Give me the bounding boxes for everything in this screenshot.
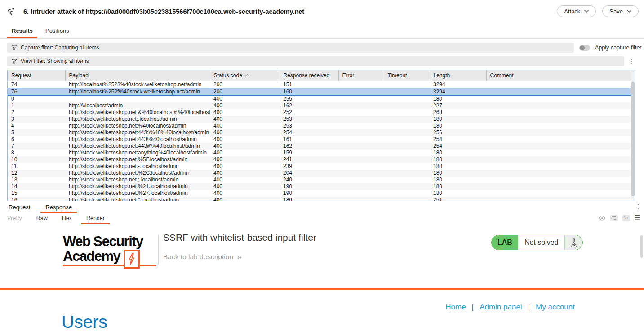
col-header-comment[interactable]: Comment	[486, 70, 631, 81]
table-row[interactable]: 74http://localhost%2523%40stock.weliketo…	[8, 81, 631, 88]
table-row[interactable]: 10http://stock.weliketoshop.net.%5F.loca…	[8, 156, 631, 163]
tab-request[interactable]: Request	[1, 201, 38, 213]
logo-text-line2: Academy	[63, 249, 120, 264]
capture-filter-text: Capture filter: Capturing all items	[21, 44, 99, 51]
table-row[interactable]: 1http://\\localhost/admin400162227	[8, 102, 631, 109]
subtab-pretty-label: Pretty	[7, 215, 22, 221]
col-header-payload[interactable]: Payload	[65, 70, 210, 81]
burp-intruder-window: 6. Intruder attack of https://0ad000df03…	[0, 0, 644, 331]
table-row[interactable]: 5http://stock.weliketoshop.net:443:\%40%…	[8, 129, 631, 136]
col-header-error[interactable]: Error	[338, 70, 384, 81]
shop-nav: Home|Admin panel|My account	[445, 303, 575, 312]
table-scrollbar-thumb[interactable]	[631, 82, 635, 196]
col-header-status-code[interactable]: Status code	[210, 70, 280, 81]
lab-badge-label: LAB	[492, 235, 518, 250]
logo-underline	[63, 265, 156, 266]
attack-button[interactable]: Attack	[557, 5, 596, 17]
col-header-request[interactable]: Request	[8, 70, 65, 81]
apply-capture-filter-toggle[interactable]	[579, 45, 590, 51]
funnel-icon	[12, 45, 17, 50]
rendered-response: Web Security Academy SSRF with whitelist…	[0, 224, 644, 329]
subtab-render-label: Render	[86, 215, 105, 221]
table-row[interactable]: 8http://stock.weliketoshop.net:anything%…	[8, 150, 631, 156]
results-table-body: 74http://localhost%2523%40stock.weliketo…	[8, 81, 631, 201]
burp-logo-icon	[6, 7, 16, 17]
lab-title: SSRF with whitelist-based input filter	[163, 232, 316, 243]
nav-link-home[interactable]: Home	[445, 303, 466, 312]
subtab-raw[interactable]: Raw	[29, 213, 55, 224]
nav-link-admin-panel[interactable]: Admin panel	[480, 303, 522, 312]
capture-filter-bar[interactable]: Capture filter: Capturing all items	[7, 43, 574, 53]
subtab-raw-label: Raw	[36, 215, 48, 221]
intruder-tabs: Results Positions	[0, 23, 644, 39]
table-row[interactable]: 12http://stock.weliketoshop.net.%2C.loca…	[8, 170, 631, 177]
lab-status-text: Not solved	[518, 235, 565, 250]
response-view-subtabs: Pretty Raw Hex Render \n	[0, 213, 644, 224]
results-table: Request Payload Status code Response rec…	[8, 70, 631, 201]
save-button[interactable]: Save	[602, 5, 639, 17]
col-header-length[interactable]: Length	[430, 70, 486, 81]
web-security-academy-logo[interactable]: Web Security Academy	[63, 234, 158, 269]
funnel-icon	[12, 59, 17, 64]
attack-button-label: Attack	[564, 8, 580, 15]
filter-zone: Capture filter: Capturing all items Appl…	[0, 39, 644, 66]
nav-separator: |	[472, 303, 474, 312]
table-scrollbar[interactable]	[631, 70, 635, 201]
tab-positions-label: Positions	[45, 27, 69, 34]
attack-window-title: 6. Intruder attack of https://0ad000df03…	[23, 8, 304, 15]
titlebar-buttons: Attack Save	[557, 5, 639, 17]
table-row[interactable]: 11http://stock.weliketoshop.net.-.localh…	[8, 163, 631, 170]
table-row[interactable]: 7http://stock.weliketoshop.net:443#\%40l…	[8, 143, 631, 150]
table-row[interactable]: 2http://stock.weliketoshop.net &%40local…	[8, 109, 631, 116]
hide-highlights-icon[interactable]	[598, 215, 606, 221]
subtab-hex[interactable]: Hex	[55, 213, 79, 224]
view-filter-menu-icon[interactable]: ⋮	[628, 58, 635, 64]
table-row[interactable]: 6http://stock.weliketoshop.net:443\%40lo…	[8, 136, 631, 143]
table-row[interactable]: 76http://localhost%252f%40stock.weliketo…	[8, 88, 631, 95]
apply-capture-filter-label: Apply capture filter	[595, 44, 642, 51]
sort-asc-icon	[245, 74, 250, 77]
tab-request-label: Request	[9, 204, 30, 211]
header-divider	[158, 235, 159, 265]
subtab-hex-label: Hex	[62, 215, 72, 221]
tab-results-label: Results	[12, 27, 33, 34]
subtab-render[interactable]: Render	[79, 213, 112, 224]
table-header-row: Request Payload Status code Response rec…	[8, 70, 631, 81]
col-header-timeout[interactable]: Timeout	[384, 70, 430, 81]
back-to-lab-description-link[interactable]: Back to lab description »	[163, 252, 242, 262]
page-scrollbar-thumb[interactable]	[640, 235, 643, 258]
nav-link-my-account[interactable]: My account	[536, 303, 575, 312]
lightning-icon	[124, 250, 140, 269]
double-chevron-icon: »	[237, 252, 242, 262]
flask-icon[interactable]	[564, 235, 582, 250]
view-filter-bar[interactable]: View filter: Showing all items	[7, 56, 624, 66]
tab-response[interactable]: Response	[38, 201, 80, 213]
nav-separator: |	[528, 303, 530, 312]
table-row[interactable]: 14http://stock.weliketoshop.net.%21.loca…	[8, 183, 631, 190]
back-link-label: Back to lab description	[163, 253, 233, 261]
message-editor-tabs: Request Response ⋮	[0, 201, 644, 213]
show-newlines-icon[interactable]: \n	[622, 215, 630, 221]
table-row[interactable]: 16http://stock.weliketoshop.net.".localh…	[8, 197, 631, 202]
titlebar: 6. Intruder attack of https://0ad000df03…	[0, 0, 644, 23]
lab-status-badge: LAB Not solved	[491, 235, 583, 250]
message-menu-icon[interactable]: ⋮	[635, 203, 641, 210]
table-row[interactable]: 13http://stock.weliketoshop.net.;.localh…	[8, 177, 631, 183]
results-table-container: Request Payload Status code Response rec…	[7, 70, 635, 201]
table-row[interactable]: 0400255180	[8, 95, 631, 102]
view-filter-text: View filter: Showing all items	[21, 58, 89, 64]
chevron-down-icon	[627, 10, 631, 13]
table-row[interactable]: 4http://stock.weliketoshop.net:%40localh…	[8, 123, 631, 129]
word-wrap-icon[interactable]	[610, 215, 618, 221]
editor-menu-icon[interactable]: ☰	[635, 214, 640, 222]
logo-text-line1: Web Security	[63, 234, 158, 249]
page-divider-rule	[0, 288, 644, 290]
response-view-icons: \n ☰	[598, 214, 640, 222]
table-row[interactable]: 15http://stock.weliketoshop.net.%27.loca…	[8, 190, 631, 197]
table-row[interactable]: 3http://stock.weliketoshop.net;.localhos…	[8, 116, 631, 123]
col-header-response-received[interactable]: Response received	[280, 70, 338, 81]
toggle-knob	[580, 45, 585, 50]
subtab-pretty[interactable]: Pretty	[0, 213, 29, 224]
tab-results[interactable]: Results	[5, 23, 39, 38]
tab-positions[interactable]: Positions	[39, 23, 76, 38]
